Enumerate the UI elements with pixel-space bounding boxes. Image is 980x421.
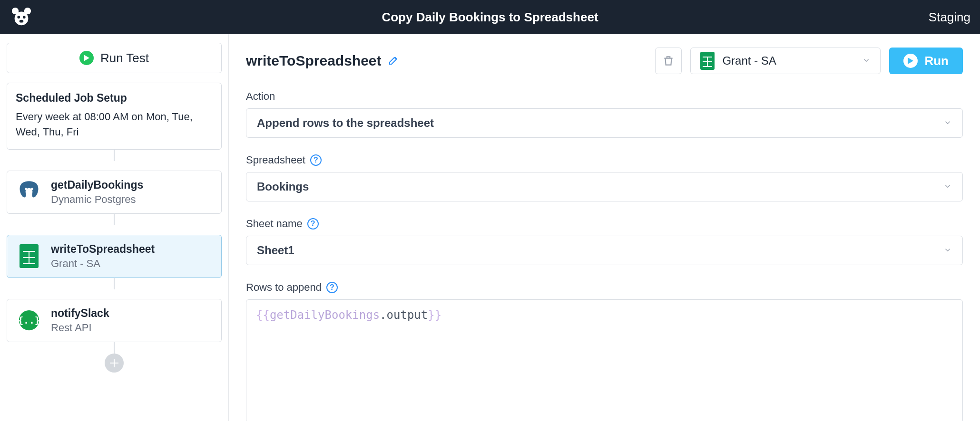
svg-point-7 [31,188,33,190]
action-value: Append rows to the spreadsheet [257,116,434,130]
chevron-down-icon [943,180,952,193]
sheets-icon [16,243,42,269]
step-integration: Rest API [51,322,109,334]
step-integration: Grant - SA [51,258,155,270]
run-label: Run [924,54,949,68]
chevron-down-icon [943,116,952,130]
edit-name-icon[interactable] [388,54,400,67]
connector-line [114,214,115,225]
sheet-name-value: Sheet1 [257,244,294,257]
rows-expression-input[interactable]: {{getDailyBookings.output}} [246,299,963,421]
expr-close: }} [428,308,441,322]
connector-line [114,342,115,354]
run-step-button[interactable]: Run [889,48,963,74]
restapi-icon: {..} [16,307,42,334]
step-integration: Dynamic Postgres [51,193,143,206]
step-name: writeToSpreadsheet [51,243,155,256]
svg-point-3 [17,16,20,19]
step-name: notifySlack [51,307,109,320]
help-icon[interactable]: ? [307,218,319,230]
account-select[interactable]: Grant - SA [690,48,881,74]
svg-point-5 [20,20,24,23]
connector-line [114,278,115,289]
schedule-title: Scheduled Job Setup [16,92,213,105]
spreadsheet-value: Bookings [257,180,309,193]
step-get-daily-bookings[interactable]: getDailyBookings Dynamic Postgres [7,171,222,214]
sheet-name-label: Sheet name ? [246,218,963,230]
top-bar: Copy Daily Bookings to Spreadsheet Stagi… [0,0,980,34]
sheet-name-select[interactable]: Sheet1 [246,236,963,265]
chevron-down-icon [943,244,952,257]
expr-open: {{ [256,308,270,322]
action-select[interactable]: Append rows to the spreadsheet [246,108,963,138]
play-icon [79,51,94,65]
expr-prop: .output [380,308,428,322]
app-logo [10,5,33,29]
spreadsheet-select[interactable]: Bookings [246,172,963,201]
step-notify-slack[interactable]: {..} notifySlack Rest API [7,299,222,342]
step-detail-panel: writeToSpreadsheet Grant - SA [228,34,980,421]
step-name: getDailyBookings [51,179,143,191]
svg-point-4 [23,16,26,19]
step-write-to-spreadsheet[interactable]: writeToSpreadsheet Grant - SA [7,235,222,278]
help-icon[interactable]: ? [310,154,322,166]
spreadsheet-label: Spreadsheet ? [246,154,963,166]
detail-title: writeToSpreadsheet [246,53,382,69]
workflow-sidebar: Run Test Scheduled Job Setup Every week … [0,34,228,421]
connector-line [114,150,115,161]
add-step-button[interactable] [105,354,124,373]
schedule-card[interactable]: Scheduled Job Setup Every week at 08:00 … [7,83,222,150]
play-icon [903,54,918,68]
help-icon[interactable]: ? [326,282,338,293]
svg-point-6 [25,188,27,190]
account-name: Grant - SA [722,54,776,67]
chevron-down-icon [862,54,871,67]
action-label: Action [246,90,963,103]
expr-var: getDailyBookings [270,308,380,322]
svg-point-2 [15,12,29,26]
run-test-button[interactable]: Run Test [7,43,222,73]
environment-label[interactable]: Staging [929,10,970,25]
page-title: Copy Daily Bookings to Spreadsheet [0,10,980,25]
run-test-label: Run Test [100,51,149,66]
sheets-icon [700,52,715,70]
postgres-icon [16,179,42,205]
schedule-description: Every week at 08:00 AM on Mon, Tue, Wed,… [16,109,213,140]
delete-step-button[interactable] [655,48,682,74]
rows-label: Rows to append ? [246,281,963,294]
svg-text:{..}: {..} [18,315,40,326]
